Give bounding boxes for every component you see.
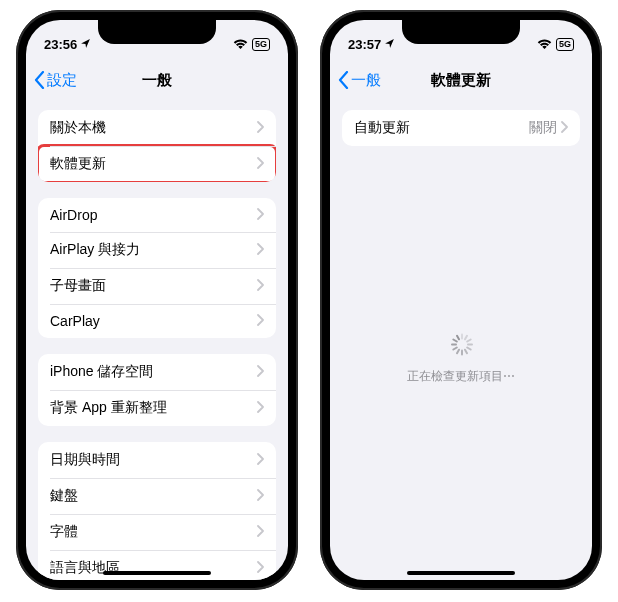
- loading-text: 正在檢查更新項目⋯: [407, 368, 515, 385]
- back-label: 設定: [47, 71, 77, 90]
- list-group: 日期與時間 鍵盤 字體 語言與地區 辭典: [38, 442, 276, 580]
- wifi-icon: [233, 39, 248, 50]
- row-value: 關閉: [529, 119, 557, 137]
- chevron-right-icon: [257, 560, 264, 576]
- iphone-frame-left: 23:56 5G 設定 一般 關於本機: [16, 10, 298, 590]
- wifi-icon: [537, 39, 552, 50]
- row-label: 背景 App 重新整理: [50, 399, 257, 417]
- row-label: 軟體更新: [50, 155, 257, 173]
- status-time: 23:57: [348, 37, 381, 52]
- row-label: iPhone 儲存空間: [50, 363, 257, 381]
- back-button[interactable]: 一般: [338, 71, 381, 90]
- content-area: 自動更新 關閉 正在檢查更新項目⋯: [330, 100, 592, 580]
- row-label: CarPlay: [50, 313, 257, 329]
- row-label: 鍵盤: [50, 487, 257, 505]
- row-label: AirDrop: [50, 207, 257, 223]
- screen: 23:56 5G 設定 一般 關於本機: [26, 20, 288, 580]
- list-group: 自動更新 關閉: [342, 110, 580, 146]
- row-language[interactable]: 語言與地區: [38, 550, 276, 580]
- row-storage[interactable]: iPhone 儲存空間: [38, 354, 276, 390]
- notch: [98, 20, 216, 44]
- nav-bar: 設定 一般: [26, 60, 288, 100]
- row-pip[interactable]: 子母畫面: [38, 268, 276, 304]
- row-airdrop[interactable]: AirDrop: [38, 198, 276, 232]
- row-software-update[interactable]: 軟體更新: [38, 146, 276, 182]
- row-label: 日期與時間: [50, 451, 257, 469]
- screen: 23:57 5G 一般 軟體更新 自動更新: [330, 20, 592, 580]
- chevron-right-icon: [257, 400, 264, 416]
- row-fonts[interactable]: 字體: [38, 514, 276, 550]
- location-icon: [384, 37, 395, 52]
- row-label: 字體: [50, 523, 257, 541]
- chevron-right-icon: [257, 488, 264, 504]
- list-group: AirDrop AirPlay 與接力 子母畫面 CarPlay: [38, 198, 276, 338]
- list-group: iPhone 儲存空間 背景 App 重新整理: [38, 354, 276, 426]
- notch: [402, 20, 520, 44]
- home-indicator[interactable]: [103, 571, 211, 575]
- chevron-right-icon: [257, 242, 264, 258]
- row-bg-refresh[interactable]: 背景 App 重新整理: [38, 390, 276, 426]
- loading-area: 正在檢查更新項目⋯: [330, 334, 592, 385]
- chevron-right-icon: [257, 364, 264, 380]
- row-label: 子母畫面: [50, 277, 257, 295]
- row-label: 自動更新: [354, 119, 529, 137]
- status-time: 23:56: [44, 37, 77, 52]
- iphone-frame-right: 23:57 5G 一般 軟體更新 自動更新: [320, 10, 602, 590]
- chevron-right-icon: [257, 120, 264, 136]
- chevron-right-icon: [561, 120, 568, 136]
- chevron-left-icon: [34, 71, 45, 89]
- location-icon: [80, 37, 91, 52]
- chevron-right-icon: [257, 207, 264, 223]
- chevron-left-icon: [338, 71, 349, 89]
- content-area: 關於本機 軟體更新 AirDrop AirPlay 與接力: [26, 100, 288, 580]
- chevron-right-icon: [257, 156, 264, 172]
- back-label: 一般: [351, 71, 381, 90]
- home-indicator[interactable]: [407, 571, 515, 575]
- nav-bar: 一般 軟體更新: [330, 60, 592, 100]
- chevron-right-icon: [257, 278, 264, 294]
- row-label: AirPlay 與接力: [50, 241, 257, 259]
- row-airplay[interactable]: AirPlay 與接力: [38, 232, 276, 268]
- row-keyboard[interactable]: 鍵盤: [38, 478, 276, 514]
- row-label: 關於本機: [50, 119, 257, 137]
- chevron-right-icon: [257, 524, 264, 540]
- row-about[interactable]: 關於本機: [38, 110, 276, 146]
- spinner-icon: [450, 334, 472, 356]
- list-group: 關於本機 軟體更新: [38, 110, 276, 182]
- chevron-right-icon: [257, 452, 264, 468]
- row-auto-update[interactable]: 自動更新 關閉: [342, 110, 580, 146]
- chevron-right-icon: [257, 313, 264, 329]
- network-badge: 5G: [252, 38, 270, 51]
- network-badge: 5G: [556, 38, 574, 51]
- back-button[interactable]: 設定: [34, 71, 77, 90]
- row-carplay[interactable]: CarPlay: [38, 304, 276, 338]
- row-datetime[interactable]: 日期與時間: [38, 442, 276, 478]
